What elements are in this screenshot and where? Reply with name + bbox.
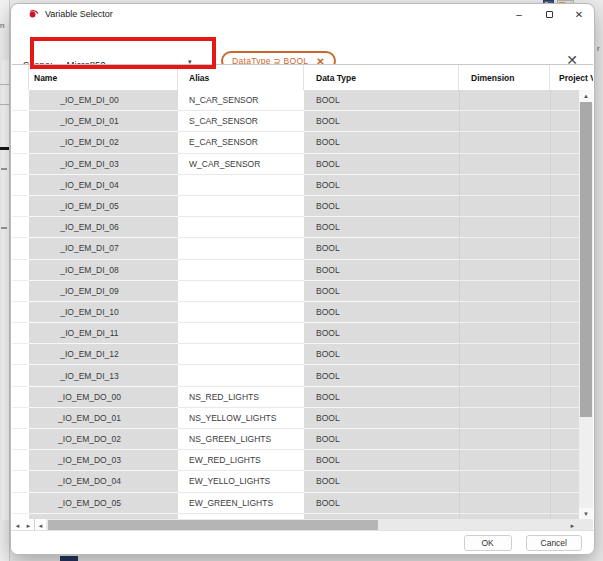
- row-gutter[interactable]: [12, 429, 29, 450]
- name-cell[interactable]: _IO_EM_DI_01: [29, 111, 178, 132]
- project-value-cell[interactable]: [550, 450, 579, 471]
- data-type-cell[interactable]: BOOL: [304, 323, 459, 344]
- data-type-cell[interactable]: BOOL: [304, 429, 459, 450]
- name-cell[interactable]: _IO_EM_DO_01: [29, 408, 178, 429]
- dimension-cell[interactable]: [459, 154, 550, 175]
- data-type-cell[interactable]: BOOL: [304, 217, 459, 238]
- row-gutter[interactable]: [12, 111, 29, 132]
- dimension-cell[interactable]: [459, 450, 550, 471]
- project-value-cell[interactable]: [550, 111, 579, 132]
- project-value-cell[interactable]: [550, 471, 579, 492]
- name-cell[interactable]: _IO_EM_DI_05: [29, 196, 178, 217]
- minimize-button[interactable]: –: [504, 4, 534, 24]
- project-value-cell[interactable]: [550, 408, 579, 429]
- data-type-cell[interactable]: BOOL: [304, 471, 459, 492]
- alias-cell[interactable]: NS_RED_LIGHTS: [178, 387, 304, 408]
- name-cell[interactable]: _IO_EM_DI_04: [29, 175, 178, 196]
- alias-cell[interactable]: NS_YELLOW_LIGHTS: [178, 408, 304, 429]
- vertical-scroll-thumb[interactable]: [580, 102, 592, 417]
- table-row[interactable]: _IO_EM_DI_10BOOL: [12, 302, 579, 323]
- table-row[interactable]: _IO_EM_DI_03W_CAR_SENSORBOOL: [12, 154, 579, 175]
- table-row[interactable]: _IO_EM_DO_01NS_YELLOW_LIGHTSBOOL: [12, 408, 579, 429]
- table-row[interactable]: _IO_EM_DI_01S_CAR_SENSORBOOL: [12, 111, 579, 132]
- row-gutter[interactable]: [12, 493, 29, 514]
- project-value-cell[interactable]: [550, 493, 579, 514]
- name-cell[interactable]: _IO_EM_DI_07: [29, 238, 178, 259]
- name-cell[interactable]: _IO_EM_DI_03: [29, 154, 178, 175]
- name-cell[interactable]: _IO_EM_DI_10: [29, 302, 178, 323]
- row-gutter[interactable]: [12, 175, 29, 196]
- name-cell[interactable]: _IO_EM_DI_12: [29, 344, 178, 365]
- project-value-cell[interactable]: [550, 217, 579, 238]
- project-value-cell[interactable]: [550, 281, 579, 302]
- data-type-cell[interactable]: BOOL: [304, 196, 459, 217]
- column-header-project-value[interactable]: Project Value: [550, 65, 593, 90]
- project-value-cell[interactable]: [550, 302, 579, 323]
- table-row[interactable]: _IO_EM_DI_09BOOL: [12, 281, 579, 302]
- row-gutter[interactable]: [12, 387, 29, 408]
- data-type-cell[interactable]: BOOL: [304, 302, 459, 323]
- table-row[interactable]: _IO_EM_DI_08BOOL: [12, 260, 579, 281]
- project-value-cell[interactable]: [550, 90, 579, 111]
- dimension-cell[interactable]: [459, 217, 550, 238]
- row-gutter[interactable]: [12, 217, 29, 238]
- alias-cell[interactable]: EW_RED_LIGHTS: [178, 450, 304, 471]
- name-cell[interactable]: _IO_EM_DI_13: [29, 365, 178, 386]
- dimension-cell[interactable]: [459, 90, 550, 111]
- alias-cell[interactable]: EW_GREEN_LIGHTS: [178, 493, 304, 514]
- name-cell[interactable]: _IO_EM_DI_11: [29, 323, 178, 344]
- table-row[interactable]: _IO_EM_DI_07BOOL: [12, 238, 579, 259]
- project-value-cell[interactable]: [550, 175, 579, 196]
- alias-cell[interactable]: S_CAR_SENSOR: [178, 111, 304, 132]
- name-cell[interactable]: _IO_EM_DI_06: [29, 217, 178, 238]
- table-row[interactable]: _IO_EM_DI_05BOOL: [12, 196, 579, 217]
- data-type-cell[interactable]: BOOL: [304, 408, 459, 429]
- row-gutter[interactable]: [12, 344, 29, 365]
- row-gutter[interactable]: [12, 154, 29, 175]
- row-gutter[interactable]: [12, 238, 29, 259]
- name-cell[interactable]: _IO_EM_DO_05: [29, 493, 178, 514]
- project-value-cell[interactable]: [550, 429, 579, 450]
- dimension-cell[interactable]: [459, 238, 550, 259]
- data-type-cell[interactable]: BOOL: [304, 154, 459, 175]
- alias-cell[interactable]: NS_GREEN_LIGHTS: [178, 429, 304, 450]
- dimension-cell[interactable]: [459, 196, 550, 217]
- alias-cell[interactable]: EW_YELLO_LIGHTS: [178, 471, 304, 492]
- row-gutter[interactable]: [12, 260, 29, 281]
- name-cell[interactable]: _IO_EM_DO_03: [29, 450, 178, 471]
- table-row[interactable]: _IO_EM_DO_04EW_YELLO_LIGHTSBOOL: [12, 471, 579, 492]
- project-value-cell[interactable]: [550, 196, 579, 217]
- dimension-cell[interactable]: [459, 281, 550, 302]
- dimension-cell[interactable]: [459, 429, 550, 450]
- data-type-cell[interactable]: BOOL: [304, 493, 459, 514]
- alias-cell[interactable]: [178, 196, 304, 217]
- table-row[interactable]: _IO_EM_DO_02NS_GREEN_LIGHTSBOOL: [12, 429, 579, 450]
- alias-cell[interactable]: [178, 260, 304, 281]
- alias-cell[interactable]: [178, 323, 304, 344]
- alias-cell[interactable]: [178, 238, 304, 259]
- row-gutter[interactable]: [12, 281, 29, 302]
- table-row[interactable]: _IO_EM_DI_13BOOL: [12, 365, 579, 386]
- column-header-data-type[interactable]: Data Type: [304, 65, 459, 90]
- table-row[interactable]: _IO_EM_DI_06BOOL: [12, 217, 579, 238]
- data-type-cell[interactable]: BOOL: [304, 111, 459, 132]
- close-button[interactable]: ✕: [564, 4, 594, 24]
- dimension-cell[interactable]: [459, 365, 550, 386]
- dimension-cell[interactable]: [459, 175, 550, 196]
- row-gutter[interactable]: [12, 365, 29, 386]
- data-type-cell[interactable]: BOOL: [304, 387, 459, 408]
- row-gutter[interactable]: [12, 471, 29, 492]
- project-value-cell[interactable]: [550, 154, 579, 175]
- table-row[interactable]: _IO_EM_DO_05EW_GREEN_LIGHTSBOOL: [12, 493, 579, 514]
- table-row[interactable]: _IO_EM_DO_03EW_RED_LIGHTSBOOL: [12, 450, 579, 471]
- name-cell[interactable]: _IO_EM_DI_02: [29, 132, 178, 153]
- dimension-cell[interactable]: [459, 111, 550, 132]
- data-type-cell[interactable]: BOOL: [304, 450, 459, 471]
- dimension-cell[interactable]: [459, 471, 550, 492]
- row-gutter[interactable]: [12, 90, 29, 111]
- name-cell[interactable]: _IO_EM_DO_04: [29, 471, 178, 492]
- data-type-cell[interactable]: BOOL: [304, 260, 459, 281]
- name-cell[interactable]: _IO_EM_DO_02: [29, 429, 178, 450]
- dimension-cell[interactable]: [459, 323, 550, 344]
- column-header-alias[interactable]: Alias: [178, 65, 304, 90]
